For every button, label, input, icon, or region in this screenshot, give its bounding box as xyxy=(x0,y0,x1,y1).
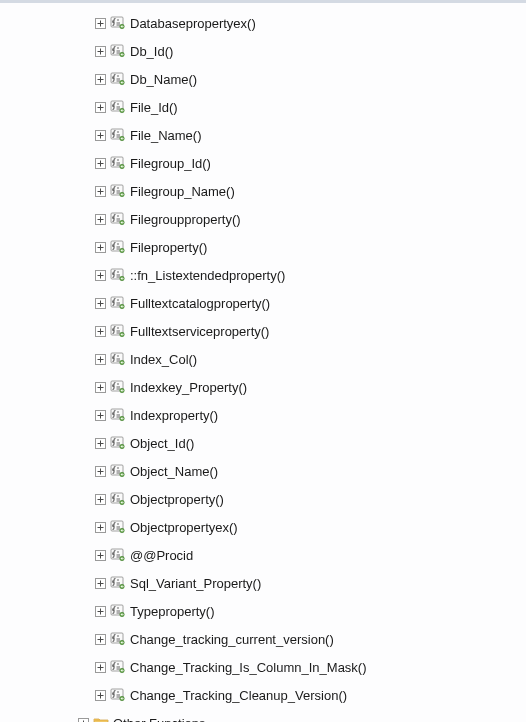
expand-icon[interactable] xyxy=(95,494,106,505)
tree-node-label: Filegroupproperty() xyxy=(130,213,241,226)
function-icon xyxy=(110,15,126,31)
tree-node-function[interactable]: Change_tracking_current_version() xyxy=(0,625,526,653)
expand-icon[interactable] xyxy=(95,186,106,197)
svg-point-156 xyxy=(117,551,119,553)
tree-node-function[interactable]: Indexkey_Property() xyxy=(0,373,526,401)
expand-icon[interactable] xyxy=(95,606,106,617)
expand-icon[interactable] xyxy=(95,382,106,393)
tree-node-function[interactable]: ::fn_Listextendedproperty() xyxy=(0,261,526,289)
folder-icon xyxy=(93,715,109,722)
expand-icon[interactable] xyxy=(95,690,106,701)
tree-node-function[interactable]: Objectpropertyex() xyxy=(0,513,526,541)
tree-node-function[interactable]: Indexproperty() xyxy=(0,401,526,429)
tree-node-function[interactable]: Db_Id() xyxy=(0,37,526,65)
expand-icon[interactable] xyxy=(95,242,106,253)
svg-point-188 xyxy=(117,663,119,665)
tree-node-label: File_Id() xyxy=(130,101,178,114)
function-icon xyxy=(110,183,126,199)
expand-icon[interactable] xyxy=(95,270,106,281)
tree-node-function[interactable]: Fulltextcatalogproperty() xyxy=(0,289,526,317)
tree-node-label: Db_Id() xyxy=(130,45,173,58)
expand-icon[interactable] xyxy=(95,74,106,85)
function-icon xyxy=(110,435,126,451)
tree-node-function[interactable]: Filegroupproperty() xyxy=(0,205,526,233)
tree-node-function[interactable]: Change_Tracking_Cleanup_Version() xyxy=(0,681,526,709)
expand-icon[interactable] xyxy=(95,46,106,57)
expand-icon[interactable] xyxy=(95,18,106,29)
tree-node-function[interactable]: Sql_Variant_Property() xyxy=(0,569,526,597)
function-icon xyxy=(110,519,126,535)
function-icon xyxy=(110,547,126,563)
svg-point-44 xyxy=(117,159,119,161)
function-icon xyxy=(110,99,126,115)
svg-point-108 xyxy=(117,383,119,385)
tree-node-function[interactable]: Fileproperty() xyxy=(0,233,526,261)
tree-node-function[interactable]: Typeproperty() xyxy=(0,597,526,625)
tree-node-function[interactable]: Fulltextserviceproperty() xyxy=(0,317,526,345)
tree-node-function[interactable]: Object_Id() xyxy=(0,429,526,457)
tree-node-function[interactable]: File_Id() xyxy=(0,93,526,121)
expand-icon[interactable] xyxy=(95,438,106,449)
expand-icon[interactable] xyxy=(95,130,106,141)
function-icon xyxy=(110,463,126,479)
tree-node-label: Objectproperty() xyxy=(130,493,224,506)
tree-node-label: Objectpropertyex() xyxy=(130,521,238,534)
object-explorer-tree: Databasepropertyex() Db_Id() Db_Name() F… xyxy=(0,3,526,722)
expand-icon[interactable] xyxy=(95,298,106,309)
svg-point-12 xyxy=(117,47,119,49)
tree-node-function[interactable]: Filegroup_Name() xyxy=(0,177,526,205)
tree-node-label: @@Procid xyxy=(130,549,193,562)
expand-icon[interactable] xyxy=(95,326,106,337)
expand-icon[interactable] xyxy=(95,102,106,113)
expand-icon[interactable] xyxy=(95,578,106,589)
tree-node-function[interactable]: Object_Name() xyxy=(0,457,526,485)
svg-point-68 xyxy=(117,243,119,245)
tree-node-function[interactable]: Databasepropertyex() xyxy=(0,9,526,37)
tree-node-function[interactable]: Index_Col() xyxy=(0,345,526,373)
expand-icon[interactable] xyxy=(95,662,106,673)
expand-icon[interactable] xyxy=(95,634,106,645)
function-icon xyxy=(110,575,126,591)
tree-node-function[interactable]: Filegroup_Id() xyxy=(0,149,526,177)
tree-node-label: Indexproperty() xyxy=(130,409,218,422)
tree-node-label: Fulltextserviceproperty() xyxy=(130,325,269,338)
tree-node-function[interactable]: Db_Name() xyxy=(0,65,526,93)
svg-point-4 xyxy=(117,19,119,21)
tree-node-function[interactable]: Change_Tracking_Is_Column_In_Mask() xyxy=(0,653,526,681)
function-icon xyxy=(110,267,126,283)
expand-icon[interactable] xyxy=(95,354,106,365)
svg-point-140 xyxy=(117,495,119,497)
svg-point-196 xyxy=(117,691,119,693)
tree-node-function[interactable]: @@Procid xyxy=(0,541,526,569)
tree-node-label: Filegroup_Id() xyxy=(130,157,211,170)
tree-node-label: Change_Tracking_Is_Column_In_Mask() xyxy=(130,661,367,674)
tree-node-label: Indexkey_Property() xyxy=(130,381,247,394)
expand-icon[interactable] xyxy=(95,410,106,421)
tree-node-function[interactable]: Objectproperty() xyxy=(0,485,526,513)
function-icon xyxy=(110,407,126,423)
tree-node-label: Sql_Variant_Property() xyxy=(130,577,261,590)
svg-point-148 xyxy=(117,523,119,525)
expand-icon[interactable] xyxy=(78,718,89,723)
expand-icon[interactable] xyxy=(95,550,106,561)
expand-icon[interactable] xyxy=(95,466,106,477)
function-icon xyxy=(110,603,126,619)
svg-point-52 xyxy=(117,187,119,189)
svg-point-20 xyxy=(117,75,119,77)
tree-node-label: ::fn_Listextendedproperty() xyxy=(130,269,285,282)
tree-node-label: Change_Tracking_Cleanup_Version() xyxy=(130,689,347,702)
expand-icon[interactable] xyxy=(95,158,106,169)
function-icon xyxy=(110,631,126,647)
expand-icon[interactable] xyxy=(95,214,106,225)
tree-node-other-functions[interactable]: Other Functions xyxy=(0,709,526,722)
function-icon xyxy=(110,127,126,143)
svg-point-84 xyxy=(117,299,119,301)
expand-icon[interactable] xyxy=(95,522,106,533)
function-icon xyxy=(110,211,126,227)
tree-node-label: Databasepropertyex() xyxy=(130,17,256,30)
tree-node-function[interactable]: File_Name() xyxy=(0,121,526,149)
svg-point-132 xyxy=(117,467,119,469)
svg-point-100 xyxy=(117,355,119,357)
svg-point-180 xyxy=(117,635,119,637)
function-icon xyxy=(110,323,126,339)
